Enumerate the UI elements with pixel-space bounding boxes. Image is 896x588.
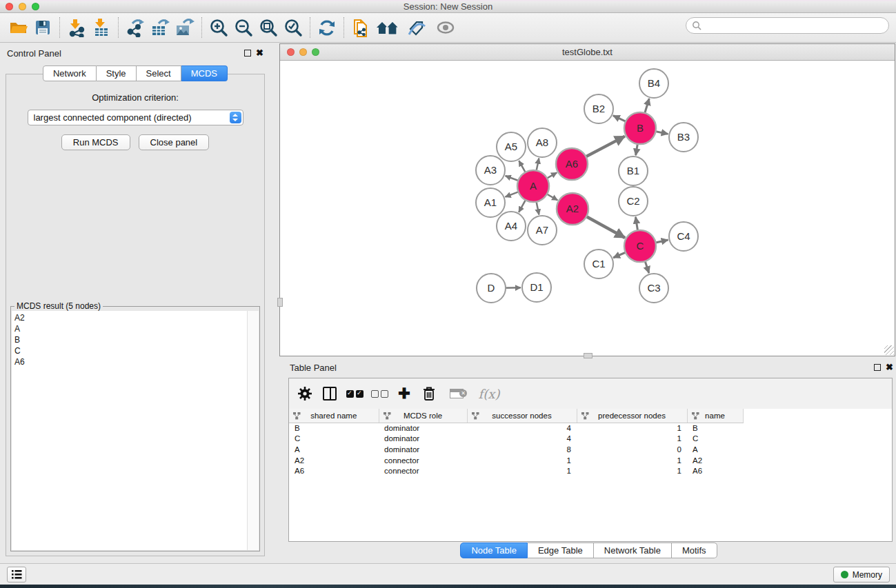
delete-column-button[interactable] <box>419 383 439 404</box>
close-panel-icon[interactable]: ✖ <box>886 362 893 372</box>
zoom-in-button[interactable] <box>206 16 231 39</box>
graph-node-A6[interactable]: A6 <box>556 148 588 180</box>
graph-node-A4[interactable]: A4 <box>497 212 526 241</box>
result-item[interactable]: B <box>14 334 244 345</box>
graph-node-B2[interactable]: B2 <box>584 94 613 123</box>
refresh-button[interactable] <box>315 16 339 39</box>
table-row[interactable]: A6connector11A6 <box>289 465 892 476</box>
svg-text:B: B <box>637 122 644 134</box>
column-header-successor-nodes[interactable]: successor nodes <box>467 409 577 423</box>
graph-node-A8[interactable]: A8 <box>528 128 557 157</box>
graph-node-D1[interactable]: D1 <box>522 273 551 302</box>
column-header-predecessor-nodes[interactable]: predecessor nodes <box>577 409 687 423</box>
attribute-icon <box>293 412 301 420</box>
close-panel-button[interactable]: Close panel <box>139 134 210 150</box>
home-button[interactable] <box>373 16 402 39</box>
column-header-name[interactable]: name <box>687 409 743 423</box>
zoom-selected-button[interactable] <box>281 16 306 39</box>
hide-labels-button[interactable] <box>402 16 431 39</box>
table-row[interactable]: A2connector11A2 <box>289 455 892 466</box>
result-scrollbar[interactable] <box>247 311 259 550</box>
graph-node-C2[interactable]: C2 <box>619 187 648 216</box>
column-header-shared-name[interactable]: shared name <box>289 409 379 423</box>
svg-text:C3: C3 <box>647 282 660 294</box>
column-layout-button[interactable] <box>319 383 340 404</box>
clone-network-button[interactable] <box>348 16 373 39</box>
graph-node-C[interactable]: C <box>624 230 656 262</box>
tab-motifs[interactable]: Motifs <box>672 543 717 558</box>
add-column-button[interactable]: ✚ <box>394 383 415 404</box>
graph-node-C4[interactable]: C4 <box>669 222 698 251</box>
mcds-result-list[interactable]: A2ABCA6 <box>12 311 247 550</box>
graph-node-A[interactable]: A <box>517 170 549 202</box>
plus-icon: ✚ <box>398 387 410 401</box>
tab-edge-table[interactable]: Edge Table <box>528 543 594 558</box>
checked-box-icon <box>356 390 364 398</box>
table-row[interactable]: Adominator80A <box>289 444 892 455</box>
graph-node-A3[interactable]: A3 <box>476 156 505 185</box>
result-item[interactable]: A2 <box>14 312 244 323</box>
network-window-titlebar[interactable]: testGlobe.txt <box>280 44 895 61</box>
show-panels-button[interactable] <box>7 567 26 582</box>
close-panel-icon[interactable]: ✖ <box>256 48 263 58</box>
result-item[interactable]: A <box>14 323 244 334</box>
result-item[interactable]: A6 <box>14 356 244 367</box>
graph-node-D[interactable]: D <box>477 274 506 303</box>
show-graphics-button[interactable] <box>431 16 460 39</box>
horizontal-scrollbar-thumb[interactable] <box>584 353 593 358</box>
tab-style[interactable]: Style <box>97 65 137 81</box>
table-cell: 1 <box>577 423 687 434</box>
graph-node-C1[interactable]: C1 <box>584 250 613 278</box>
search-input[interactable] <box>704 21 883 30</box>
tab-network-table[interactable]: Network Table <box>594 543 672 558</box>
tab-select[interactable]: Select <box>137 65 181 81</box>
window-resize-grip[interactable] <box>884 345 894 355</box>
graph-node-C3[interactable]: C3 <box>639 274 668 303</box>
float-panel-icon[interactable] <box>244 50 251 57</box>
select-all-button[interactable] <box>344 383 365 404</box>
graph-node-B[interactable]: B <box>624 112 656 144</box>
graph-node-B1[interactable]: B1 <box>619 156 648 185</box>
graph-node-B3[interactable]: B3 <box>669 123 698 152</box>
graph-node-A2[interactable]: A2 <box>557 193 588 225</box>
import-network-button[interactable] <box>64 16 89 39</box>
zoom-out-button[interactable] <box>231 16 256 39</box>
column-header-MCDS-role[interactable]: MCDS role <box>379 409 467 423</box>
optimization-criterion-select[interactable]: largest connected component (directed) <box>28 110 243 125</box>
tab-mcds[interactable]: MCDS <box>181 65 228 81</box>
vertical-scrollbar-thumb[interactable] <box>277 298 283 307</box>
open-session-button[interactable] <box>6 16 30 39</box>
table-panel: Table Panel ✖ <box>281 358 896 563</box>
zoom-fit-button[interactable] <box>256 16 281 39</box>
graph-node-B4[interactable]: B4 <box>639 69 668 98</box>
network-canvas[interactable]: B4B2BB3A5A8A6A3AB1A1A2C2A4A7C4CC1C3DD1 <box>280 61 895 356</box>
tab-network[interactable]: Network <box>43 65 97 81</box>
export-network-button[interactable] <box>123 16 148 39</box>
export-table-button[interactable] <box>148 16 172 39</box>
table-row[interactable]: Cdominator41C <box>289 434 892 445</box>
graph-node-A5[interactable]: A5 <box>497 132 526 161</box>
table-settings-button[interactable] <box>295 383 315 404</box>
svg-text:B2: B2 <box>593 103 605 114</box>
titlebar: Session: New Session <box>0 0 896 13</box>
graph-node-A1[interactable]: A1 <box>476 188 505 217</box>
table-cell: C <box>687 434 743 445</box>
run-mcds-button[interactable]: Run MCDS <box>61 134 130 150</box>
table-row[interactable]: Bdominator41B <box>289 423 892 434</box>
export-image-button[interactable] <box>172 16 197 39</box>
function-builder-button[interactable]: f(x) <box>474 383 504 404</box>
float-panel-icon[interactable] <box>874 364 881 371</box>
result-item[interactable]: C <box>14 345 244 356</box>
memory-button[interactable]: Memory <box>833 567 890 582</box>
svg-text:A2: A2 <box>566 203 579 214</box>
tab-node-table[interactable]: Node Table <box>460 543 528 558</box>
delete-table-button[interactable] <box>444 383 470 404</box>
import-table-button[interactable] <box>89 16 114 39</box>
table-cell-filler <box>743 465 892 476</box>
table-cell: A <box>289 444 379 455</box>
save-session-button[interactable] <box>30 16 55 39</box>
graph-node-A7[interactable]: A7 <box>528 216 557 245</box>
table-cell: C <box>289 434 379 445</box>
search-box[interactable] <box>686 17 889 34</box>
deselect-all-button[interactable] <box>369 383 390 404</box>
